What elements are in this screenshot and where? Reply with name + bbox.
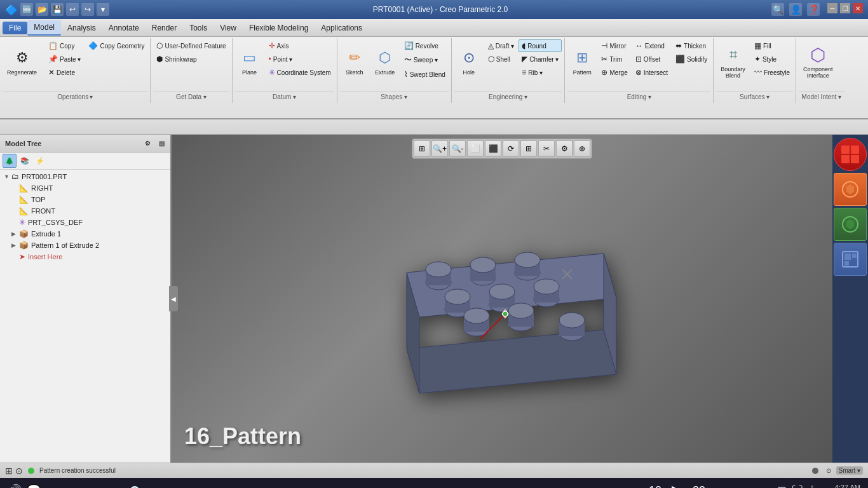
more-qa-button[interactable]: ▾ — [97, 3, 109, 16]
menu-applications[interactable]: Applications — [315, 21, 369, 35]
play-button[interactable]: ▶ — [669, 481, 685, 488]
search-icon[interactable]: 🔍 — [771, 3, 784, 16]
flex-icon[interactable]: ⚡ — [33, 154, 47, 168]
tree-item-top[interactable]: 📐 TOP — [1, 194, 169, 205]
vp-more-button[interactable]: ⊕ — [574, 140, 590, 157]
restore-button[interactable]: ❐ — [840, 3, 850, 13]
vp-orient2-button[interactable]: ⬛ — [485, 140, 501, 157]
rewind-button[interactable]: ↩10 — [637, 482, 664, 488]
panel-collapse-button[interactable]: ◀ — [169, 286, 178, 311]
extend-button[interactable]: ↔ Extend — [632, 39, 671, 52]
rib-button[interactable]: ≡ Rib ▾ — [519, 66, 562, 79]
panel-btn-orange[interactable] — [834, 173, 867, 206]
menu-view[interactable]: View — [214, 21, 243, 35]
smart-selector[interactable]: Smart ▾ — [836, 466, 863, 475]
revolve-button[interactable]: 🔄 Revolve — [401, 39, 449, 52]
tree-item-insert[interactable]: ➤ Insert Here — [1, 251, 169, 262]
tree-settings-button[interactable]: ⚙ — [141, 137, 154, 150]
paste-button[interactable]: 📌 Paste ▾ — [45, 53, 84, 65]
edit-button[interactable]: ✏ — [763, 484, 772, 488]
trim-button[interactable]: ✂ Trim — [598, 53, 630, 65]
coordinate-system-button[interactable]: ✳ Coordinate System — [266, 66, 334, 79]
hole-button[interactable]: ⊙ Hole — [454, 39, 484, 84]
tree-item-root[interactable]: ▼ 🗂 PRT0001.PRT — [1, 171, 169, 182]
windows-start-button[interactable] — [834, 138, 867, 171]
vp-grid-button[interactable]: ⊞ — [520, 140, 537, 157]
user-defined-feature-button[interactable]: ⬡ User-Defined Feature — [153, 39, 229, 52]
close-button[interactable]: ✕ — [853, 3, 863, 13]
round-button[interactable]: ◖ Round — [519, 39, 562, 52]
hole-icon: ⊙ — [459, 48, 479, 68]
style-button[interactable]: ✦ Style — [751, 53, 793, 65]
chat-button[interactable]: 💬 — [27, 484, 41, 488]
panel-btn-blue[interactable] — [834, 243, 867, 276]
open-button[interactable]: 📂 — [36, 3, 48, 16]
vp-zoom-out-button[interactable]: 🔍- — [449, 140, 466, 157]
intersect-button[interactable]: ⊗ Intersect — [632, 66, 671, 79]
menu-file[interactable]: File — [3, 22, 27, 34]
volume-button[interactable]: 🔊 — [8, 484, 22, 488]
extrude-button[interactable]: ⬡ Extrude — [370, 39, 400, 84]
sweep-button[interactable]: 〜 Sweep ▾ — [401, 53, 449, 67]
undo-button[interactable]: ↩ — [66, 3, 79, 16]
pattern-button[interactable]: ⊞ Pattern — [567, 39, 597, 84]
tree-item-pattern1[interactable]: ▶ 📦 Pattern 1 of Extrude 2 — [1, 240, 169, 251]
solidify-button[interactable]: ⬛ Solidify — [672, 53, 710, 65]
shell-button[interactable]: ⬡ Shell — [485, 53, 517, 65]
menu-model[interactable]: Model — [27, 20, 61, 36]
panel-btn-green[interactable] — [834, 208, 867, 241]
tree-item-csys[interactable]: ✳ PRT_CSYS_DEF — [1, 217, 169, 228]
point-button[interactable]: • Point ▾ — [266, 53, 334, 65]
viewport[interactable]: ⊞ 🔍+ 🔍- ⬜ ⬛ ⟳ ⊞ ✂ ⚙ ⊕ — [172, 135, 832, 463]
regenerate-button[interactable]: ⚙ Regenerate — [3, 39, 41, 84]
vp-orient1-button[interactable]: ⬜ — [467, 140, 484, 157]
tree-display-button[interactable]: ▤ — [155, 137, 168, 150]
vp-cut-button[interactable]: ✂ — [538, 140, 555, 157]
vp-settings-button[interactable]: ⚙ — [556, 140, 573, 157]
copy-geometry-button[interactable]: 🔷 Copy Geometry — [85, 39, 147, 52]
vp-zoom-in-button[interactable]: 🔍+ — [431, 140, 448, 157]
menu-tools[interactable]: Tools — [183, 21, 214, 35]
vp-spin-button[interactable]: ⟳ — [503, 140, 519, 157]
mirror-button[interactable]: ⊣ Mirror — [598, 39, 630, 52]
forward-button[interactable]: 30↪ — [690, 482, 717, 488]
thicken-button[interactable]: ⬌ Thicken — [672, 39, 710, 52]
new-button[interactable]: 🆕 — [20, 3, 33, 16]
menu-annotate[interactable]: Annotate — [102, 21, 146, 35]
fullscreen-button[interactable]: ⛶ — [792, 484, 803, 489]
subtitle-button[interactable]: ⊟ — [777, 484, 787, 488]
chamfer-button[interactable]: ◤ Chamfer ▾ — [519, 53, 562, 65]
vp-fit-button[interactable]: ⊞ — [414, 140, 430, 157]
delete-button[interactable]: ✕ Delete — [45, 66, 84, 79]
draft-button[interactable]: ◬ Draft ▾ — [485, 39, 517, 52]
menu-flexible-modeling[interactable]: Flexible Modeling — [243, 21, 315, 35]
model-tree-icon[interactable]: 🌲 — [3, 154, 17, 168]
tree-item-front[interactable]: 📐 FRONT — [1, 205, 169, 217]
redo-button[interactable]: ↪ — [81, 3, 94, 16]
tree-item-right[interactable]: 📐 RIGHT — [1, 182, 169, 194]
video-bar: 🔊 💬 0:06:01 ↩10 ▶ 30↪ 1:00:07 ✏ ⊟ ⛶ 4:27… — [0, 478, 868, 488]
help-icon[interactable]: ❓ — [807, 3, 820, 16]
axis-button[interactable]: ✛ Axis — [266, 39, 334, 52]
save-button[interactable]: 💾 — [51, 3, 64, 16]
menu-analysis[interactable]: Analysis — [61, 21, 102, 35]
copy-button[interactable]: 📋 Copy — [45, 39, 84, 52]
merge-button[interactable]: ⊕ Merge — [598, 66, 630, 79]
user-icon[interactable]: 👤 — [789, 3, 802, 16]
layer-tree-icon[interactable]: 📚 — [18, 154, 32, 168]
boundary-blend-button[interactable]: ⌗ BoundaryBlend — [716, 39, 750, 84]
freestyle-button[interactable]: 〰 Freestyle — [751, 66, 793, 79]
delete-icon: ✕ — [48, 68, 55, 77]
minimize-button[interactable]: ─ — [827, 3, 837, 13]
swept-blend-button[interactable]: ⌇ Swept Blend — [401, 68, 449, 81]
sketch-button[interactable]: ✏ Sketch — [340, 39, 369, 84]
menu-render[interactable]: Render — [146, 21, 183, 35]
offset-button[interactable]: ⊡ Offset — [632, 53, 671, 65]
operations-dropdown-icon[interactable]: ▾ — [90, 93, 93, 100]
plane-button[interactable]: ▭ Plane — [235, 39, 264, 84]
tree-item-extrude1[interactable]: ▶ 📦 Extrude 1 — [1, 228, 169, 240]
fill-button[interactable]: ▦ Fill — [751, 39, 793, 52]
sweep-icon: 〜 — [404, 55, 412, 65]
shrinkwrap-button[interactable]: ⬢ Shrinkwrap — [153, 53, 229, 65]
component-interface-button[interactable]: ⬡ ComponentInterface — [799, 39, 837, 84]
